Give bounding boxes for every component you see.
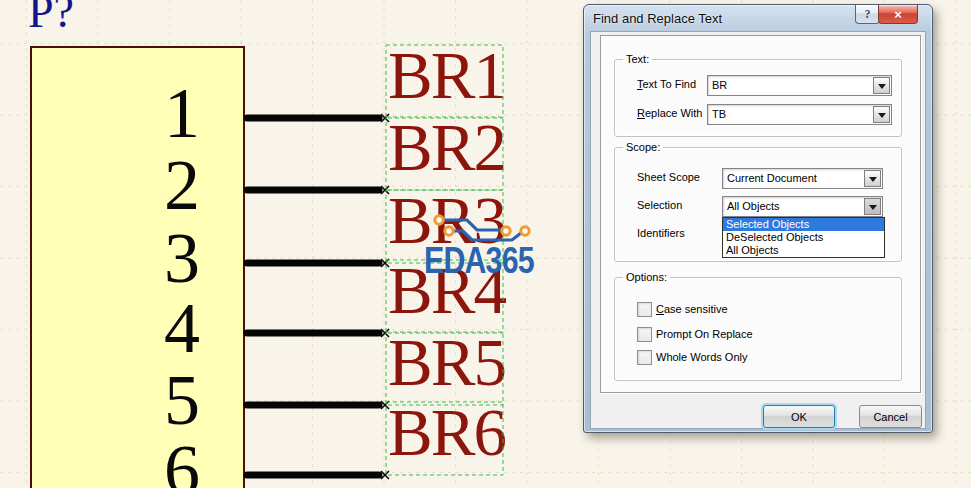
prompt-on-replace-checkbox[interactable]	[637, 327, 652, 342]
pin-number[interactable]: 2	[100, 149, 200, 221]
dropdown-button[interactable]	[873, 106, 890, 123]
dropdown-item-all-objects[interactable]: All Objects	[723, 244, 884, 257]
text-to-find-label: Text To Find	[637, 78, 696, 91]
sheet-scope-combobox[interactable]: Current Document	[722, 168, 883, 189]
find-replace-dialog: Find and Replace Text ? × Text: Text To …	[583, 4, 933, 433]
text-group-caption: Text:	[623, 53, 652, 65]
identifiers-label: Identifiers	[637, 227, 685, 240]
case-sensitive-label[interactable]: Case sensitive	[656, 303, 728, 316]
net-label[interactable]: BR5	[388, 329, 505, 396]
selection-label: Selection	[637, 199, 682, 212]
pin-number[interactable]: 6	[100, 434, 200, 488]
dialog-panel: Text: Text To Find BR Replace With	[600, 35, 921, 393]
chevron-down-icon	[878, 113, 886, 122]
options-group-caption: Options:	[623, 271, 670, 283]
whole-words-only-checkbox[interactable]	[637, 350, 652, 365]
pin-number[interactable]: 5	[100, 364, 200, 436]
dialog-title: Find and Replace Text	[593, 11, 722, 26]
help-icon: ?	[865, 7, 871, 22]
ok-button[interactable]: OK	[763, 405, 835, 428]
chevron-down-icon	[869, 177, 877, 186]
text-to-find-value: BR	[712, 79, 727, 91]
replace-with-label: Replace With	[637, 107, 702, 120]
close-icon: ×	[894, 7, 902, 22]
pin-number[interactable]: 1	[100, 77, 200, 149]
net-label[interactable]: BR6	[388, 399, 505, 466]
pin-number[interactable]: 4	[100, 292, 200, 364]
dropdown-item-deselected-objects[interactable]: DeSelected Objects	[723, 231, 884, 244]
options-group: Options: Case sensitive Prompt On Replac…	[614, 277, 902, 381]
sheet-scope-value: Current Document	[727, 172, 817, 184]
chevron-down-icon	[869, 205, 877, 214]
case-sensitive-checkbox[interactable]	[637, 302, 652, 317]
help-button[interactable]: ?	[855, 5, 880, 24]
prompt-on-replace-label[interactable]: Prompt On Replace	[656, 328, 753, 341]
net-label[interactable]: BR1	[388, 42, 505, 109]
watermark-logo: EDA365	[424, 240, 534, 282]
pin-number[interactable]: 3	[100, 222, 200, 294]
dialog-client-area: Text: Text To Find BR Replace With	[590, 31, 926, 429]
text-group: Text: Text To Find BR Replace With	[614, 59, 902, 137]
dropdown-button[interactable]	[864, 198, 881, 215]
net-label[interactable]: BR2	[388, 114, 505, 181]
replace-with-combobox[interactable]: TB	[707, 104, 892, 125]
dropdown-button[interactable]	[873, 77, 890, 94]
cancel-button[interactable]: Cancel	[859, 405, 922, 428]
text-to-find-combobox[interactable]: BR	[707, 75, 892, 96]
component-designator[interactable]: P?	[28, 0, 74, 35]
dropdown-button[interactable]	[864, 170, 881, 187]
replace-with-value: TB	[712, 108, 726, 120]
selection-combobox[interactable]: All Objects	[722, 196, 883, 217]
close-button[interactable]: ×	[878, 5, 918, 24]
chevron-down-icon	[878, 84, 886, 93]
scope-group: Scope: Sheet Scope Current Document Sele…	[614, 147, 902, 262]
sheet-scope-label: Sheet Scope	[637, 171, 700, 184]
dialog-titlebar[interactable]: Find and Replace Text ? ×	[584, 5, 932, 31]
selection-dropdown-list: Selected Objects DeSelected Objects All …	[722, 217, 885, 258]
scope-group-caption: Scope:	[623, 141, 663, 153]
dropdown-item-selected-objects[interactable]: Selected Objects	[723, 218, 884, 231]
schematic-editor-canvas[interactable]: P? 1 2 3 4 5 6 BR1 BR2 BR3 BR4 BR5 BR6	[0, 0, 971, 488]
whole-words-only-label[interactable]: Whole Words Only	[656, 351, 748, 364]
selection-value: All Objects	[727, 200, 780, 212]
